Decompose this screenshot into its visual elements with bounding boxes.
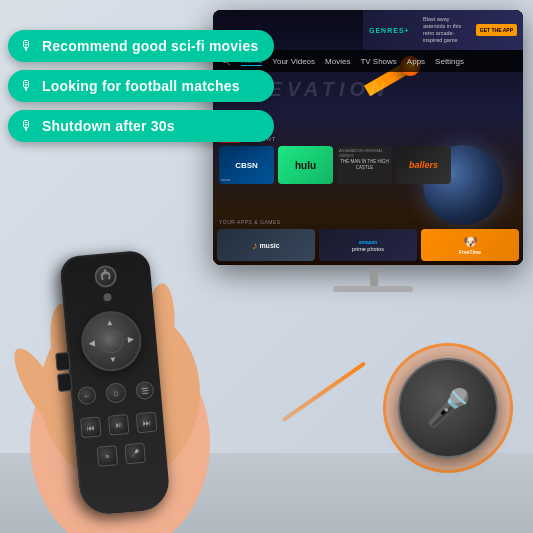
app-music[interactable]: ♪ music	[217, 229, 315, 261]
recent-section: LIVE RECENT CBSN news hulu AN AMAZON ORI…	[219, 135, 451, 184]
voice-command-3: Shutdown after 30s	[42, 118, 175, 134]
voice-command-2: Looking for football matches	[42, 78, 240, 94]
volume-up-button[interactable]	[55, 352, 71, 371]
power-icon	[100, 271, 111, 282]
prime-label: amazon	[359, 239, 378, 245]
game-description: Blast away asteroids in this retro arcad…	[423, 16, 472, 45]
tv-base	[333, 286, 413, 292]
mic-indicator	[103, 293, 112, 302]
channel-high-castle[interactable]: AN AMAZON ORIGINAL SERIES THE MAN IN THE…	[337, 146, 392, 184]
freetime-icon: 🐶	[463, 235, 478, 249]
microphone-icon-large: 🎤	[426, 387, 471, 429]
nav-tvshows[interactable]: TV Shows	[360, 57, 396, 66]
nav-left-icon: ◀	[88, 338, 95, 347]
channel-hulu[interactable]: hulu	[278, 146, 333, 184]
nav-down-icon: ▼	[109, 355, 118, 365]
app-prime-photos[interactable]: amazon prime photos	[319, 229, 417, 261]
fast-forward-button[interactable]: ⏭	[136, 412, 158, 434]
navigation-ring[interactable]: ▲ ▼ ◀ ▶	[79, 309, 144, 374]
volume-down-button[interactable]	[57, 373, 73, 392]
cbsn-label: CBSN	[235, 161, 258, 170]
photos-label: prime photos	[352, 246, 384, 252]
nav-right-icon: ▶	[128, 335, 135, 344]
hulu-label: hulu	[295, 160, 316, 171]
voice-pills-container: 🎙 Recommend good sci-fi movies 🎙 Looking…	[8, 30, 274, 142]
rewind-button[interactable]: ⏮	[80, 416, 102, 438]
music-icon: ♪	[252, 240, 257, 251]
voice-command-1: Recommend good sci-fi movies	[42, 38, 258, 54]
nav-apps[interactable]: Apps	[407, 57, 425, 66]
voice-pill-3[interactable]: 🎙 Shutdown after 30s	[8, 110, 274, 142]
voice-circle-overlay: 🎤	[383, 343, 513, 473]
game-logo: GENRES+	[369, 27, 410, 34]
voice-circle-inner[interactable]: 🎤	[398, 358, 498, 458]
nav-up-icon: ▲	[105, 318, 114, 328]
high-castle-badge: AN AMAZON ORIGINAL SERIES	[339, 148, 392, 158]
mic-icon-1: 🎙	[20, 38, 34, 54]
music-label: music	[259, 242, 279, 249]
game-banner: GENRES+ Blast away asteroids in this ret…	[363, 10, 523, 50]
voice-pill-2[interactable]: 🎙 Looking for football matches	[8, 70, 274, 102]
channel-ballers[interactable]: ballers	[396, 146, 451, 184]
menu-button[interactable]: ≡	[96, 445, 118, 467]
high-castle-title: THE MAN IN THE HIGH CASTLE	[337, 157, 392, 173]
home-button[interactable]: ⌂	[105, 382, 127, 404]
nav-settings[interactable]: Settings	[435, 57, 464, 66]
back-home-row: ← ⌂ ☰	[77, 380, 154, 407]
ballers-label: ballers	[409, 160, 438, 170]
back-button[interactable]: ←	[77, 386, 97, 406]
mic-icon-2: 🎙	[20, 78, 34, 94]
select-button[interactable]	[98, 328, 124, 354]
volume-buttons	[55, 352, 72, 392]
tv-stand	[370, 268, 378, 288]
app-freetime[interactable]: 🐶 FreeTime	[421, 229, 519, 261]
voice-pill-1[interactable]: 🎙 Recommend good sci-fi movies	[8, 30, 274, 62]
play-pause-button[interactable]: ⏯	[108, 414, 130, 436]
channel-cards: CBSN news hulu AN AMAZON ORIGINAL SERIES…	[219, 146, 451, 184]
mic-button[interactable]: 🎤	[124, 443, 146, 465]
get-app-button[interactable]: GET THE APP	[476, 24, 517, 36]
mic-icon-3: 🎙	[20, 118, 34, 134]
options-button[interactable]: ☰	[135, 381, 155, 401]
app-tiles-row: ♪ music amazon prime photos 🐶 FreeTime	[217, 229, 519, 261]
power-button[interactable]	[94, 264, 118, 288]
your-apps-label: YOUR APPS & GAMES	[219, 219, 281, 225]
playback-row: ⏮ ⏯ ⏭	[80, 412, 157, 439]
nav-movies[interactable]: Movies	[325, 57, 350, 66]
menu-row: ≡ 🎤	[96, 443, 146, 467]
channel-cbsn[interactable]: CBSN news	[219, 146, 274, 184]
freetime-label: FreeTime	[459, 249, 481, 255]
nav-your-videos[interactable]: Your Videos	[272, 57, 315, 66]
cbsn-sub: news	[221, 177, 230, 182]
